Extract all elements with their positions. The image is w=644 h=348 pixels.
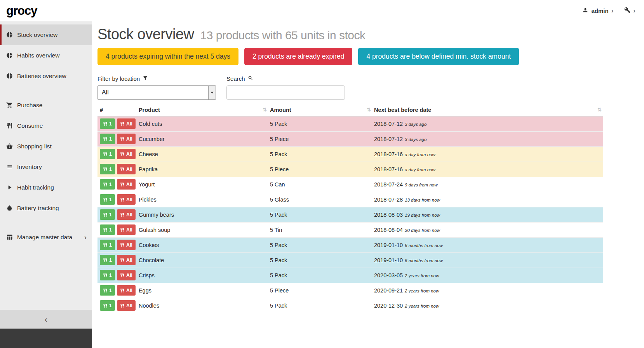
consume-one-button[interactable]: 1: [100, 224, 115, 235]
best-before-cell: 2020-03-052 years from now: [372, 268, 603, 283]
user-menu[interactable]: admin ›: [582, 7, 613, 15]
sidebar: Stock overviewHabits overviewBatteries o…: [0, 21, 92, 348]
consume-button-label: 1: [109, 197, 112, 202]
best-before-date: 2020-09-21: [374, 287, 403, 294]
sidebar-footer: [0, 329, 92, 348]
consume-one-button[interactable]: 1: [100, 240, 115, 250]
amount-value: 5 Pack: [268, 298, 372, 313]
best-before-date: 2018-08-04: [374, 227, 403, 233]
column-header-amount[interactable]: Amount⇅: [268, 104, 372, 117]
utensils-icon: [103, 182, 108, 187]
relative-time: 20 days from now: [405, 228, 440, 233]
consume-button-label: 1: [109, 167, 112, 172]
consume-one-button[interactable]: 1: [100, 134, 115, 144]
product-name: Pickles: [137, 192, 268, 207]
best-before-cell: 2018-07-123 days ago: [372, 131, 603, 146]
consume-all-button[interactable]: All: [117, 270, 136, 280]
consume-one-button[interactable]: 1: [100, 300, 115, 311]
location-filter: Filter by location All: [97, 75, 216, 100]
location-filter-label-row: Filter by location: [97, 75, 216, 82]
amount-value: 5 Glass: [268, 192, 372, 207]
consume-all-button[interactable]: All: [117, 134, 136, 144]
consume-all-button[interactable]: All: [117, 300, 136, 311]
best-before-cell: 2018-08-0420 days from now: [372, 222, 603, 237]
utensils-icon: [103, 197, 108, 202]
sidebar-item-label: Purchase: [17, 102, 42, 109]
consume-button-label: 1: [109, 288, 112, 293]
utensils-icon: [103, 228, 108, 232]
amount-value: 5 Piece: [268, 162, 372, 177]
actions-cell: 1All: [97, 131, 137, 146]
consume-one-button[interactable]: 1: [100, 194, 115, 205]
sidebar-collapse-button[interactable]: ‹: [0, 310, 92, 329]
best-before-date: 2018-07-16: [374, 166, 403, 172]
table-row: 1AllChocolate5 Pack2019-01-106 months fr…: [97, 252, 603, 268]
amount-value: 5 Pack: [268, 116, 372, 131]
consume-one-button[interactable]: 1: [100, 285, 115, 296]
consume-button-label: 1: [109, 273, 112, 278]
amount-value: 5 Pack: [268, 268, 372, 283]
column-header-product[interactable]: Product⇅: [137, 104, 268, 117]
utensils-icon: [120, 288, 125, 293]
utensils-icon: [120, 303, 125, 308]
column-label: Next best before date: [374, 107, 431, 113]
consume-all-button[interactable]: All: [117, 194, 136, 205]
actions-cell: 1All: [97, 146, 137, 162]
utensils-icon: [103, 258, 108, 263]
product-name: Noodles: [137, 298, 268, 313]
sidebar-item-habit-tracking[interactable]: Habit tracking: [0, 177, 92, 198]
chevron-right-icon: ›: [611, 7, 614, 14]
sidebar-item-manage-master-data[interactable]: Manage master data›: [0, 227, 92, 247]
consume-one-button[interactable]: 1: [100, 270, 115, 280]
location-filter-select[interactable]: All: [97, 85, 216, 100]
consume-all-button[interactable]: All: [117, 255, 136, 265]
search-icon: [248, 75, 253, 81]
consume-one-button[interactable]: 1: [100, 209, 115, 220]
column-header-next-best-before-date[interactable]: Next best before date⇅: [372, 104, 603, 117]
consume-button-label: All: [126, 303, 132, 308]
relative-time: 9 days from now: [405, 183, 437, 187]
app-logo[interactable]: grocy: [6, 4, 37, 18]
consume-button-label: 1: [109, 227, 112, 233]
sidebar-item-purchase[interactable]: Purchase: [0, 95, 92, 115]
best-before-date: 2019-01-10: [374, 257, 403, 263]
sidebar-item-label: Manage master data: [17, 234, 72, 241]
consume-one-button[interactable]: 1: [100, 118, 115, 129]
consume-button-label: All: [126, 227, 132, 233]
sidebar-item-habits-overview[interactable]: Habits overview: [0, 45, 92, 66]
utensils-icon: [103, 152, 108, 157]
sidebar-item-inventory[interactable]: Inventory: [0, 157, 92, 177]
actions-cell: 1All: [97, 283, 137, 298]
alert-warning-button[interactable]: 4 products expiring within the next 5 da…: [97, 48, 238, 65]
sidebar-item-batteries-overview[interactable]: Batteries overview: [0, 66, 92, 86]
wrench-icon: [624, 7, 630, 15]
search-input[interactable]: [226, 85, 345, 100]
sidebar-item-stock-overview[interactable]: Stock overview: [0, 24, 92, 45]
consume-one-button[interactable]: 1: [100, 179, 115, 190]
consume-all-button[interactable]: All: [117, 209, 136, 220]
topbar-right: admin › ›: [571, 7, 635, 15]
consume-one-button[interactable]: 1: [100, 164, 115, 174]
relative-time: 13 days from now: [405, 198, 440, 202]
consume-all-button[interactable]: All: [117, 179, 136, 190]
search-icon: [248, 75, 253, 82]
best-before-cell: 2020-12-302 years from now: [372, 298, 603, 313]
sidebar-item-shopping-list[interactable]: Shopping list: [0, 136, 92, 157]
alert-info-button[interactable]: 4 products are below defined min. stock …: [358, 48, 519, 65]
consume-all-button[interactable]: All: [117, 118, 136, 129]
consume-all-button[interactable]: All: [117, 164, 136, 174]
consume-one-button[interactable]: 1: [100, 255, 115, 265]
sidebar-item-consume[interactable]: Consume: [0, 115, 92, 136]
consume-one-button[interactable]: 1: [100, 149, 115, 159]
table-row: 1AllGulash soup5 Tin2018-08-0420 days fr…: [97, 222, 603, 237]
sidebar-item-battery-tracking[interactable]: Battery tracking: [0, 198, 92, 218]
table-row: 1AllCookies5 Pack2019-01-106 months from…: [97, 237, 603, 252]
consume-all-button[interactable]: All: [117, 224, 136, 235]
pie-chart-icon: [6, 73, 13, 79]
consume-all-button[interactable]: All: [117, 240, 136, 250]
settings-menu[interactable]: ›: [624, 7, 635, 15]
consume-all-button[interactable]: All: [117, 285, 136, 296]
alert-danger-button[interactable]: 2 products are already expired: [244, 48, 352, 65]
consume-all-button[interactable]: All: [117, 149, 136, 159]
best-before-date: 2020-12-30: [374, 303, 403, 309]
